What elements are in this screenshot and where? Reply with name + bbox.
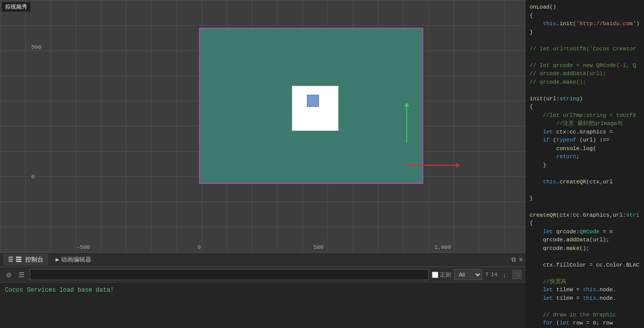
code-line-16: return; (530, 153, 640, 161)
code-line-23: qrcode.addData(url); (530, 236, 640, 244)
code-line-21: { (530, 219, 640, 228)
font-size-display: 14 (491, 272, 497, 278)
code-line-2: { (530, 12, 640, 20)
code-line-4: } (530, 28, 640, 37)
clear-button[interactable]: ⊘ (4, 271, 14, 279)
code-line-8: // qrcode.make(); (530, 78, 640, 87)
code-line-12: //注意 最好把qrImage与 (530, 119, 640, 128)
maximize-button[interactable]: ⬛ (512, 270, 522, 279)
sprite-node[interactable] (307, 95, 319, 107)
bottom-panel: ☰ ☰ 控制台 ▶ 动画编辑器 ⧉ ≡ ⊘ ☰ 正则 (0, 252, 526, 328)
font-down-button[interactable]: ↓ (499, 270, 509, 280)
x-axis-arrow (406, 165, 457, 166)
tab-anim-editor[interactable]: ▶ 动画编辑器 (50, 254, 96, 266)
console-toolbar: ⊘ ☰ 正则 All Log Warn Error T 14 ↓ (0, 267, 526, 283)
code-line-27: let tileW = this.node. (530, 286, 640, 294)
doc-button[interactable]: ☰ (17, 271, 27, 279)
main-layout: 500 0 -500 0 500 1,000 (0, 0, 644, 328)
canvas-viewport[interactable] (199, 28, 423, 184)
menu-icon[interactable]: ≡ (519, 256, 523, 264)
regex-toggle[interactable]: 正则 (432, 271, 451, 279)
code-line-3: this.init('http://baidu.com') (530, 20, 640, 28)
code-line-6: // let qrcode = new QRCode(-1, Q (530, 61, 640, 70)
code-line-30: for (let row = 0; row (530, 319, 640, 327)
label-x-neg500: -500 (77, 244, 90, 250)
node-object[interactable] (292, 86, 339, 131)
watermark: 拟视频秀 (2, 2, 30, 12)
scene-panel: 500 0 -500 0 500 1,000 (0, 0, 526, 328)
console-tab-label: ☰ 控制台 (16, 255, 43, 264)
search-input[interactable] (30, 269, 429, 280)
code-line-10: { (530, 103, 640, 111)
level-select[interactable]: All Log Warn Error (454, 269, 482, 280)
anim-icon: ▶ (55, 256, 59, 264)
code-line-11: //let urlTmp:string = toUtf8 (530, 111, 640, 120)
code-line-20: createQR(ctx:cc.Graphics,url:stri (530, 211, 640, 220)
regex-label: 正则 (440, 271, 451, 279)
console-icon: ☰ (8, 256, 14, 264)
code-line-22: let qrcode:QRCode = n (530, 228, 640, 236)
label-y-500: 500 (31, 44, 41, 50)
restore-icon[interactable]: ⧉ (511, 256, 516, 264)
code-line-17: } (530, 161, 640, 170)
code-line-5: // let url=toUtf8('Cocos Creator (530, 45, 640, 53)
code-line-18: this.createQR(ctx,url (530, 178, 640, 186)
scene-view[interactable]: 500 0 -500 0 500 1,000 (0, 0, 526, 252)
font-controls: T 14 ↓ (485, 270, 509, 280)
regex-checkbox[interactable] (432, 272, 438, 278)
label-x-1000: 1,000 (434, 244, 451, 250)
y-axis-arrow (406, 105, 407, 143)
tab-controls: ⧉ ≡ (511, 256, 523, 264)
log-line-1: Cocos Services load base data! (5, 286, 521, 295)
code-line-15: console.log( (530, 145, 640, 153)
label-x-pos500: 500 (313, 244, 324, 250)
console-output: Cocos Services load base data! (0, 283, 526, 328)
code-line-7: // qrcode.addData(url); (530, 70, 640, 78)
tab-console[interactable]: ☰ ☰ 控制台 (3, 254, 48, 266)
code-line-1: onLoad() (530, 3, 640, 12)
label-y-0: 0 (31, 174, 35, 180)
code-line-24: qrcode.make(); (530, 244, 640, 253)
label-x-0: 0 (198, 244, 201, 250)
bottom-tabs: ☰ ☰ 控制台 ▶ 动画编辑器 ⧉ ≡ (0, 253, 526, 267)
anim-tab-label: 动画编辑器 (61, 255, 91, 264)
code-line-9: init(url:string) (530, 95, 640, 103)
code-line-13: let ctx:cc.Graphics = (530, 128, 640, 137)
code-line-26: //快宽高 (530, 278, 640, 286)
code-line-28: let tileH = this.node. (530, 294, 640, 303)
code-line-29: // draw in the Graphic (530, 311, 640, 319)
code-line-19: } (530, 194, 640, 203)
font-up-icon[interactable]: T (485, 272, 489, 278)
code-panel: onLoad() { this.init('http://baidu.com')… (526, 0, 644, 328)
code-line-25: ctx.fillColor = cc.Color.BLAC (530, 261, 640, 270)
code-line-14: if (typeof (url) !== (530, 136, 640, 145)
